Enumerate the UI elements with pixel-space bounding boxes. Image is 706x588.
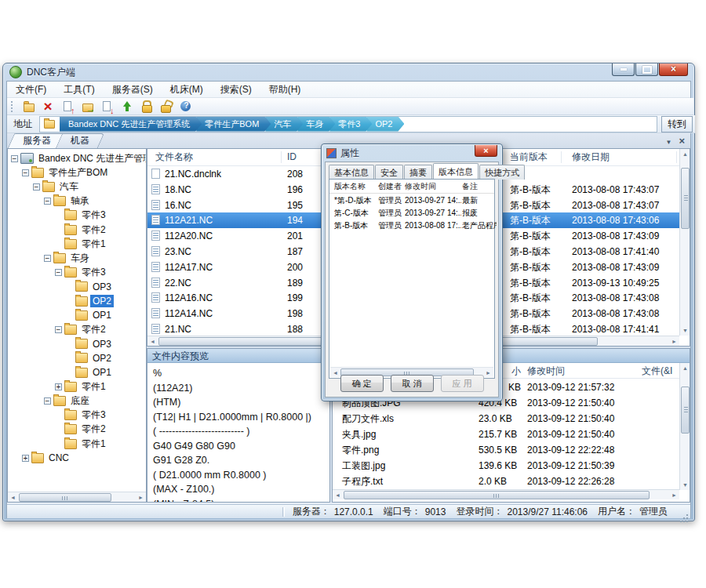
scroll-down-button[interactable]: ▼ — [680, 325, 690, 336]
scroll-left-button[interactable]: ◄ — [8, 492, 18, 503]
tree-toggle-icon[interactable]: − — [44, 198, 51, 205]
attachments-vertical-scrollbar[interactable]: ▲ ▼ — [679, 363, 690, 490]
dialog-ok-button[interactable]: 确 定 — [340, 375, 384, 392]
toolbar-grip[interactable] — [11, 101, 14, 112]
go-button[interactable]: 转到 — [661, 116, 693, 132]
column-header-modified-date[interactable]: 修改日期 — [572, 149, 610, 165]
menu-item[interactable]: 搜索(S) — [212, 81, 260, 99]
breadcrumb-segment[interactable]: 零件生产BOM — [196, 117, 271, 132]
tree-item[interactable]: OP3 — [66, 337, 114, 351]
tree-item[interactable]: −零件2 — [55, 322, 108, 336]
breadcrumb-segment[interactable]: Bandex DNC 先进生产管理系统 — [60, 117, 202, 132]
close-button[interactable]: × — [659, 64, 688, 76]
tree-toggle-icon[interactable]: − — [44, 255, 51, 262]
tree-item[interactable]: −轴承 — [44, 194, 92, 209]
tree-toggle-icon[interactable]: − — [44, 397, 51, 405]
help-button[interactable] — [179, 100, 193, 114]
dialog-titlebar[interactable]: 属性 — [322, 145, 501, 161]
attachment-row[interactable]: 配刀文件.xls23.0 KB2013-09-12 21:50:40 — [333, 411, 679, 426]
scroll-thumb[interactable] — [681, 168, 690, 229]
breadcrumb-segment[interactable]: 零件3 — [329, 117, 372, 132]
tree-toggle-icon[interactable]: − — [55, 326, 62, 333]
column-header-version-name[interactable]: 版本名称 — [334, 180, 377, 193]
tree-item[interactable]: −零件生产BOM — [22, 165, 110, 180]
attachment-row[interactable]: 夹具.jpg215.7 KB2013-09-12 21:50:40 — [333, 426, 679, 442]
column-header-creator[interactable]: 创建者 — [378, 180, 404, 193]
resize-grip-icon[interactable] — [686, 514, 688, 516]
tree-toggle-icon[interactable]: − — [11, 155, 18, 162]
upload-button[interactable] — [120, 100, 134, 114]
tree-item[interactable]: OP3 — [66, 280, 114, 294]
scroll-left-button[interactable]: ◄ — [333, 490, 343, 500]
tree-item[interactable]: 零件2 — [55, 223, 108, 237]
tree-toggle-icon[interactable]: − — [33, 183, 40, 191]
scroll-up-button[interactable]: ▲ — [680, 363, 690, 373]
scroll-right-button[interactable]: ► — [669, 336, 679, 347]
scroll-thumb[interactable] — [19, 493, 111, 502]
tree-item[interactable]: −零件3 — [55, 266, 108, 280]
tree-item[interactable]: −汽车 — [33, 180, 81, 194]
dialog-tab[interactable]: 摘要 — [404, 165, 432, 180]
menu-item[interactable]: 机床(M) — [162, 81, 212, 99]
dialog-close-button[interactable] — [475, 145, 497, 157]
checkout-button[interactable] — [100, 100, 115, 114]
tab-machine[interactable]: 机器 — [59, 133, 101, 148]
tree-item[interactable]: OP1 — [66, 308, 114, 322]
titlebar[interactable]: DNC客户端 × — [3, 64, 694, 81]
column-header-file[interactable]: 文件(&I — [642, 363, 672, 379]
column-header-modified-time[interactable]: 修改时间 — [527, 363, 565, 379]
scroll-left-button[interactable]: ◄ — [147, 336, 158, 347]
tree-horizontal-scrollbar[interactable]: ◄ ► — [8, 492, 146, 502]
version-row[interactable]: *第-D-版本管理员2013-09-27 14:...最新 — [329, 194, 494, 207]
attachment-row[interactable]: 零件.png530.5 KB2013-09-12 22:22:48 — [333, 442, 679, 458]
maximize-button[interactable] — [635, 64, 658, 76]
scroll-thumb[interactable] — [344, 491, 650, 499]
attachments-horizontal-scrollbar[interactable]: ◄ ► — [333, 489, 679, 499]
version-row[interactable]: 第-B-版本管理员2013-08-08 17:...老产品程序 — [329, 220, 494, 232]
lock-button[interactable] — [140, 100, 154, 114]
column-header-modified-time[interactable]: 修改时间 — [405, 180, 461, 193]
file-list-vertical-scrollbar[interactable]: ▲ ▼ — [679, 149, 690, 336]
attachment-row[interactable]: 子程序.txt2.0 KB2013-09-12 22:26:28 — [333, 474, 679, 489]
pane-close-icon[interactable] — [679, 136, 685, 147]
attachment-row[interactable]: 工装图.jpg139.6 KB2013-09-12 21:50:39 — [333, 458, 679, 474]
menu-item[interactable]: 文件(F) — [7, 81, 55, 99]
menu-item[interactable]: 工具(T) — [55, 81, 103, 99]
checkin-button[interactable] — [61, 100, 75, 114]
tree-item[interactable]: −车身 — [44, 251, 92, 265]
tree-item[interactable]: +CNC — [22, 451, 71, 465]
export-button[interactable] — [81, 100, 95, 114]
tree-item[interactable]: 零件1 — [55, 237, 108, 251]
column-separator[interactable] — [281, 151, 282, 163]
scroll-right-button[interactable]: ► — [669, 490, 679, 500]
tree-item[interactable]: OP2 — [66, 294, 114, 308]
column-header-file-name[interactable]: 文件名称 — [155, 149, 193, 165]
dialog-tab[interactable]: 版本信息 — [433, 163, 479, 180]
column-separator[interactable] — [561, 151, 562, 163]
menu-item[interactable]: 帮助(H) — [260, 81, 310, 99]
dialog-apply-button[interactable]: 应 用 — [441, 375, 484, 392]
minimize-button[interactable] — [612, 64, 635, 76]
scroll-up-button[interactable]: ▲ — [680, 149, 690, 159]
delete-button[interactable] — [42, 100, 56, 114]
dialog-tab[interactable]: 安全 — [375, 165, 403, 180]
tree-toggle-icon[interactable]: − — [22, 169, 29, 176]
tree-toggle-icon[interactable]: − — [55, 269, 62, 276]
unlock-button[interactable] — [159, 100, 173, 114]
tab-server[interactable]: 服务器 — [11, 133, 63, 148]
breadcrumb-segment[interactable]: 汽车 — [265, 117, 303, 132]
tree-item[interactable]: 零件1 — [55, 437, 108, 451]
tree-item[interactable]: 零件3 — [55, 209, 108, 223]
dialog-cancel-button[interactable]: 取 消 — [391, 375, 434, 392]
tree-item[interactable]: OP1 — [66, 365, 114, 379]
tree-item[interactable]: −底座 — [44, 394, 92, 408]
address-input[interactable]: Bandex DNC 先进生产管理系统零件生产BOM汽车车身零件3OP2 — [39, 116, 657, 132]
tree-toggle-icon[interactable]: + — [22, 455, 29, 462]
pane-collapse-icon[interactable] — [665, 136, 671, 147]
column-header-current-version[interactable]: 当前版本 — [510, 149, 548, 165]
new-folder-button[interactable] — [22, 100, 36, 114]
column-separator[interactable] — [676, 151, 677, 163]
column-header-remark[interactable]: 备注 — [462, 180, 497, 193]
tree-item[interactable]: −Bandex DNC 先进生产管理系统 — [11, 151, 147, 165]
dialog-tab[interactable]: 快捷方式 — [479, 165, 525, 180]
